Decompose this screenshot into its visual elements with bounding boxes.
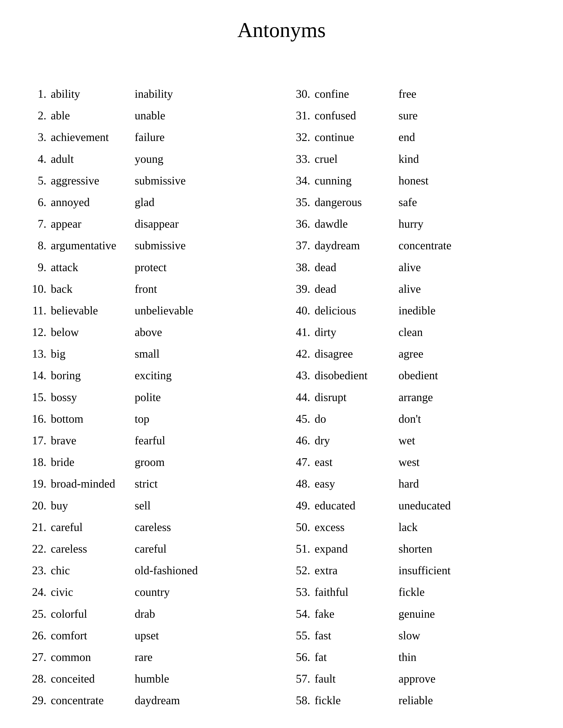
columns-container: 1. ability inability 2. able unable 3. a… <box>26 86 537 714</box>
entry-antonym: unable <box>135 108 165 123</box>
entry-word: bride <box>51 454 135 470</box>
list-item: 10. back front <box>26 281 273 297</box>
list-item: 32. continue end <box>290 129 537 145</box>
entry-antonym: hard <box>399 476 419 492</box>
entry-antonym: wet <box>399 433 415 448</box>
entry-antonym: polite <box>135 390 161 405</box>
entry-number: 14. <box>26 368 51 383</box>
entry-number: 21. <box>26 520 51 535</box>
list-item: 1. ability inability <box>26 86 273 102</box>
list-item: 20. buy sell <box>26 498 273 513</box>
list-item: 29. concentrate daydream <box>26 693 273 708</box>
entry-word: back <box>51 281 135 297</box>
entry-antonym: alive <box>399 260 421 275</box>
entry-number: 16. <box>26 411 51 427</box>
entry-number: 2. <box>26 108 51 123</box>
entry-word: disrupt <box>315 390 399 405</box>
entry-number: 18. <box>26 454 51 470</box>
list-item: 47. east west <box>290 454 537 470</box>
entry-number: 58. <box>290 693 315 708</box>
entry-antonym: approve <box>399 671 435 687</box>
entry-antonym: agree <box>399 346 424 362</box>
list-item: 14. boring exciting <box>26 368 273 383</box>
entry-word: fat <box>315 649 399 665</box>
list-item: 15. bossy polite <box>26 390 273 405</box>
entry-number: 37. <box>290 238 315 253</box>
entry-antonym: thin <box>399 649 416 665</box>
entry-word: bottom <box>51 411 135 427</box>
entry-word: big <box>51 346 135 362</box>
entry-word: able <box>51 108 135 123</box>
list-item: 30. confine free <box>290 86 537 102</box>
entry-number: 38. <box>290 260 315 275</box>
list-item: 34. cunning honest <box>290 173 537 188</box>
entry-antonym: glad <box>135 195 154 210</box>
entry-antonym: above <box>135 325 162 340</box>
list-item: 45. do don't <box>290 411 537 427</box>
entry-antonym: groom <box>135 454 165 470</box>
entry-antonym: top <box>135 411 149 427</box>
entry-word: appear <box>51 216 135 232</box>
list-item: 40. delicious inedible <box>290 303 537 318</box>
entry-number: 49. <box>290 498 315 513</box>
entry-antonym: reliable <box>399 693 433 708</box>
list-item: 8. argumentative submissive <box>26 238 273 253</box>
list-item: 51. expand shorten <box>290 541 537 557</box>
entry-word: civic <box>51 584 135 600</box>
entry-number: 32. <box>290 129 315 145</box>
entry-word: dead <box>315 281 399 297</box>
list-item: 23. chic old-fashioned <box>26 563 273 578</box>
entry-number: 52. <box>290 563 315 578</box>
list-item: 48. easy hard <box>290 476 537 492</box>
entry-number: 51. <box>290 541 315 557</box>
list-item: 6. annoyed glad <box>26 195 273 210</box>
entry-word: careful <box>51 520 135 535</box>
list-item: 56. fat thin <box>290 649 537 665</box>
entry-word: boring <box>51 368 135 383</box>
entry-word: common <box>51 649 135 665</box>
entry-number: 57. <box>290 671 315 687</box>
entry-number: 43. <box>290 368 315 383</box>
entry-antonym: fearful <box>135 433 165 448</box>
list-item: 9. attack protect <box>26 260 273 275</box>
entry-word: broad-minded <box>51 476 135 492</box>
entry-word: bossy <box>51 390 135 405</box>
list-item: 43. disobedient obedient <box>290 368 537 383</box>
entry-number: 17. <box>26 433 51 448</box>
entry-antonym: old-fashioned <box>135 563 198 578</box>
list-item: 18. bride groom <box>26 454 273 470</box>
entry-word: disobedient <box>315 368 399 383</box>
entry-word: argumentative <box>51 238 135 253</box>
entry-word: educated <box>315 498 399 513</box>
entry-number: 7. <box>26 216 51 232</box>
entry-antonym: protect <box>135 260 166 275</box>
entry-word: comfort <box>51 628 135 643</box>
entry-number: 48. <box>290 476 315 492</box>
entry-number: 9. <box>26 260 51 275</box>
entry-antonym: exciting <box>135 368 172 383</box>
entry-number: 44. <box>290 390 315 405</box>
list-item: 46. dry wet <box>290 433 537 448</box>
list-item: 57. fault approve <box>290 671 537 687</box>
entry-antonym: lack <box>399 520 418 535</box>
entry-number: 26. <box>26 628 51 643</box>
entry-antonym: insufficient <box>399 563 451 578</box>
entry-antonym: west <box>399 454 420 470</box>
left-column: 1. ability inability 2. able unable 3. a… <box>26 86 273 714</box>
list-item: 37. daydream concentrate <box>290 238 537 253</box>
entry-number: 47. <box>290 454 315 470</box>
entry-word: annoyed <box>51 195 135 210</box>
entry-word: believable <box>51 303 135 318</box>
entry-number: 45. <box>290 411 315 427</box>
entry-word: adult <box>51 151 135 167</box>
list-item: 52. extra insufficient <box>290 563 537 578</box>
entry-number: 31. <box>290 108 315 123</box>
list-item: 22. careless careful <box>26 541 273 557</box>
entry-word: aggressive <box>51 173 135 188</box>
entry-antonym: front <box>135 281 157 297</box>
list-item: 12. below above <box>26 325 273 340</box>
entry-word: dawdle <box>315 216 399 232</box>
entry-number: 29. <box>26 693 51 708</box>
list-item: 55. fast slow <box>290 628 537 643</box>
entry-word: disagree <box>315 346 399 362</box>
